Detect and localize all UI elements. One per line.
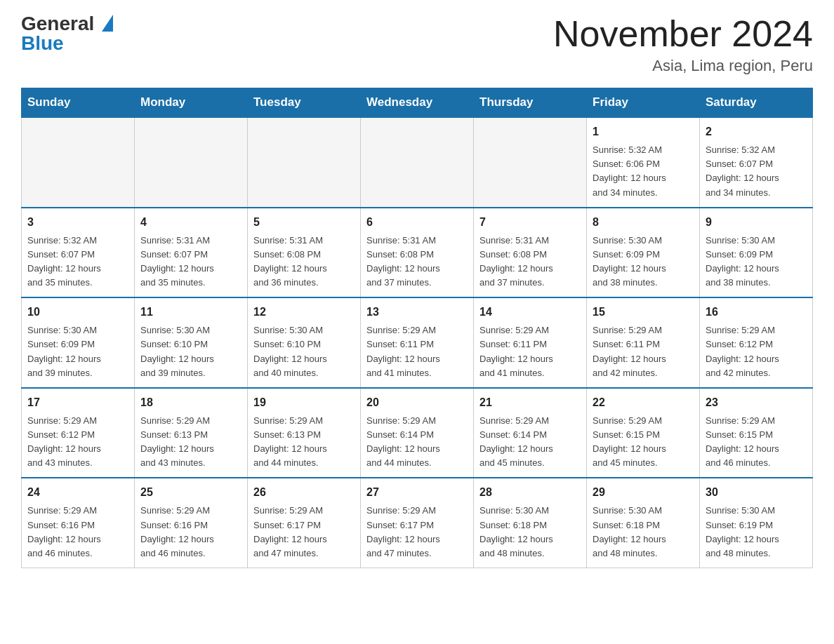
day-info: Sunrise: 5:31 AM Sunset: 6:08 PM Dayligh…: [253, 234, 355, 290]
weekday-header-monday: Monday: [135, 88, 248, 118]
day-number: 19: [253, 394, 355, 411]
calendar-cell: 17Sunrise: 5:29 AM Sunset: 6:12 PM Dayli…: [22, 388, 135, 478]
calendar-cell: [474, 117, 587, 208]
day-number: 2: [706, 123, 807, 140]
day-number: 16: [706, 304, 807, 321]
day-number: 4: [140, 214, 241, 231]
day-number: 30: [706, 484, 807, 501]
day-info: Sunrise: 5:30 AM Sunset: 6:10 PM Dayligh…: [140, 323, 241, 380]
calendar-cell: 6Sunrise: 5:31 AM Sunset: 6:08 PM Daylig…: [361, 208, 474, 298]
calendar-cell: [135, 117, 248, 208]
calendar-cell: 4Sunrise: 5:31 AM Sunset: 6:07 PM Daylig…: [135, 208, 248, 298]
day-number: 3: [27, 214, 128, 231]
day-info: Sunrise: 5:29 AM Sunset: 6:11 PM Dayligh…: [479, 323, 581, 380]
day-number: 22: [593, 394, 694, 411]
logo: General Blue: [21, 14, 113, 53]
calendar-week-3: 10Sunrise: 5:30 AM Sunset: 6:09 PM Dayli…: [22, 297, 813, 388]
calendar-cell: 5Sunrise: 5:31 AM Sunset: 6:08 PM Daylig…: [248, 208, 361, 298]
calendar-cell: 15Sunrise: 5:29 AM Sunset: 6:11 PM Dayli…: [587, 297, 700, 388]
calendar-week-1: 1Sunrise: 5:32 AM Sunset: 6:06 PM Daylig…: [22, 117, 813, 208]
logo-triangle-icon: [102, 15, 113, 32]
day-number: 25: [140, 484, 241, 501]
day-number: 17: [27, 394, 128, 411]
month-title: November 2024: [553, 14, 813, 54]
weekday-header-row: SundayMondayTuesdayWednesdayThursdayFrid…: [22, 88, 813, 118]
title-section: November 2024 Asia, Lima region, Peru: [553, 14, 813, 75]
calendar-cell: 8Sunrise: 5:30 AM Sunset: 6:09 PM Daylig…: [587, 208, 700, 298]
day-info: Sunrise: 5:29 AM Sunset: 6:13 PM Dayligh…: [253, 414, 355, 471]
day-number: 18: [140, 394, 241, 411]
day-info: Sunrise: 5:29 AM Sunset: 6:12 PM Dayligh…: [706, 323, 807, 380]
day-info: Sunrise: 5:30 AM Sunset: 6:19 PM Dayligh…: [706, 504, 807, 561]
calendar-week-5: 24Sunrise: 5:29 AM Sunset: 6:16 PM Dayli…: [22, 478, 813, 568]
page-header: General Blue November 2024 Asia, Lima re…: [21, 14, 813, 75]
day-number: 20: [366, 394, 468, 411]
day-info: Sunrise: 5:29 AM Sunset: 6:13 PM Dayligh…: [140, 414, 241, 471]
weekday-header-saturday: Saturday: [700, 88, 813, 118]
weekday-header-thursday: Thursday: [474, 88, 587, 118]
day-info: Sunrise: 5:32 AM Sunset: 6:07 PM Dayligh…: [27, 234, 128, 290]
day-info: Sunrise: 5:30 AM Sunset: 6:18 PM Dayligh…: [479, 504, 581, 561]
calendar-cell: 26Sunrise: 5:29 AM Sunset: 6:17 PM Dayli…: [248, 478, 361, 568]
day-number: 23: [706, 394, 807, 411]
calendar-cell: 22Sunrise: 5:29 AM Sunset: 6:15 PM Dayli…: [587, 388, 700, 478]
day-number: 5: [253, 214, 355, 231]
calendar-cell: 7Sunrise: 5:31 AM Sunset: 6:08 PM Daylig…: [474, 208, 587, 298]
calendar-cell: 3Sunrise: 5:32 AM Sunset: 6:07 PM Daylig…: [22, 208, 135, 298]
calendar-cell: 16Sunrise: 5:29 AM Sunset: 6:12 PM Dayli…: [700, 297, 813, 388]
day-info: Sunrise: 5:29 AM Sunset: 6:16 PM Dayligh…: [27, 504, 128, 561]
day-number: 9: [706, 214, 807, 231]
calendar-week-4: 17Sunrise: 5:29 AM Sunset: 6:12 PM Dayli…: [22, 388, 813, 478]
day-number: 24: [27, 484, 128, 501]
calendar-cell: 28Sunrise: 5:30 AM Sunset: 6:18 PM Dayli…: [474, 478, 587, 568]
day-info: Sunrise: 5:30 AM Sunset: 6:18 PM Dayligh…: [593, 504, 694, 561]
day-number: 26: [253, 484, 355, 501]
day-info: Sunrise: 5:31 AM Sunset: 6:08 PM Dayligh…: [479, 234, 581, 290]
day-info: Sunrise: 5:30 AM Sunset: 6:10 PM Dayligh…: [253, 323, 355, 380]
calendar-cell: 23Sunrise: 5:29 AM Sunset: 6:15 PM Dayli…: [700, 388, 813, 478]
day-number: 13: [366, 304, 468, 321]
day-number: 12: [253, 304, 355, 321]
logo-blue-text: Blue: [21, 34, 64, 53]
day-info: Sunrise: 5:29 AM Sunset: 6:15 PM Dayligh…: [593, 414, 694, 471]
calendar-cell: [361, 117, 474, 208]
day-info: Sunrise: 5:30 AM Sunset: 6:09 PM Dayligh…: [27, 323, 128, 380]
day-info: Sunrise: 5:29 AM Sunset: 6:12 PM Dayligh…: [27, 414, 128, 471]
day-number: 29: [593, 484, 694, 501]
logo-general-text: General: [21, 14, 113, 34]
day-info: Sunrise: 5:29 AM Sunset: 6:16 PM Dayligh…: [140, 504, 241, 561]
calendar-cell: 20Sunrise: 5:29 AM Sunset: 6:14 PM Dayli…: [361, 388, 474, 478]
calendar-cell: 10Sunrise: 5:30 AM Sunset: 6:09 PM Dayli…: [22, 297, 135, 388]
logo-general-label: General: [21, 13, 94, 34]
day-number: 27: [366, 484, 468, 501]
calendar-cell: [22, 117, 135, 208]
day-info: Sunrise: 5:31 AM Sunset: 6:08 PM Dayligh…: [366, 234, 468, 290]
day-number: 21: [479, 394, 581, 411]
day-info: Sunrise: 5:29 AM Sunset: 6:15 PM Dayligh…: [706, 414, 807, 471]
calendar-cell: 2Sunrise: 5:32 AM Sunset: 6:07 PM Daylig…: [700, 117, 813, 208]
day-info: Sunrise: 5:30 AM Sunset: 6:09 PM Dayligh…: [593, 234, 694, 290]
calendar-cell: 19Sunrise: 5:29 AM Sunset: 6:13 PM Dayli…: [248, 388, 361, 478]
calendar-cell: 14Sunrise: 5:29 AM Sunset: 6:11 PM Dayli…: [474, 297, 587, 388]
calendar-cell: 27Sunrise: 5:29 AM Sunset: 6:17 PM Dayli…: [361, 478, 474, 568]
day-number: 15: [593, 304, 694, 321]
calendar-cell: 1Sunrise: 5:32 AM Sunset: 6:06 PM Daylig…: [587, 117, 700, 208]
day-number: 28: [479, 484, 581, 501]
calendar-cell: 11Sunrise: 5:30 AM Sunset: 6:10 PM Dayli…: [135, 297, 248, 388]
day-number: 8: [593, 214, 694, 231]
day-info: Sunrise: 5:32 AM Sunset: 6:07 PM Dayligh…: [706, 143, 807, 200]
day-info: Sunrise: 5:29 AM Sunset: 6:14 PM Dayligh…: [479, 414, 581, 471]
day-number: 6: [366, 214, 468, 231]
calendar-cell: 30Sunrise: 5:30 AM Sunset: 6:19 PM Dayli…: [700, 478, 813, 568]
day-number: 7: [479, 214, 581, 231]
day-info: Sunrise: 5:30 AM Sunset: 6:09 PM Dayligh…: [706, 234, 807, 290]
weekday-header-wednesday: Wednesday: [361, 88, 474, 118]
weekday-header-sunday: Sunday: [22, 88, 135, 118]
weekday-header-friday: Friday: [587, 88, 700, 118]
calendar-cell: 21Sunrise: 5:29 AM Sunset: 6:14 PM Dayli…: [474, 388, 587, 478]
day-info: Sunrise: 5:29 AM Sunset: 6:17 PM Dayligh…: [366, 504, 468, 561]
day-info: Sunrise: 5:29 AM Sunset: 6:11 PM Dayligh…: [593, 323, 694, 380]
calendar-cell: 24Sunrise: 5:29 AM Sunset: 6:16 PM Dayli…: [22, 478, 135, 568]
day-number: 11: [140, 304, 241, 321]
day-info: Sunrise: 5:31 AM Sunset: 6:07 PM Dayligh…: [140, 234, 241, 290]
